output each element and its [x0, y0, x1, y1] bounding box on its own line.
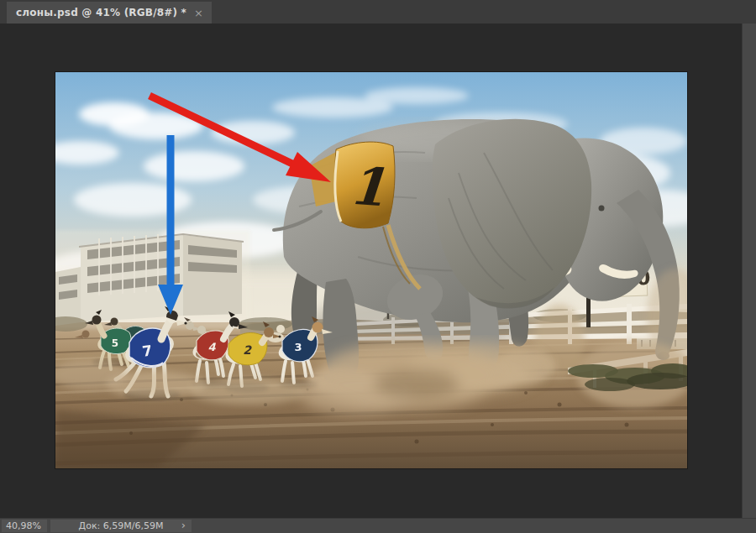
elephant-eye [599, 206, 605, 212]
tab-bar: слоны.psd @ 41% (RGB/8#) * × [0, 0, 756, 24]
status-bar: 40,98% Док: 6,59M/6,59M › [0, 518, 756, 533]
document-info-segment[interactable]: Док: 6,59M/6,59M › [50, 520, 192, 532]
status-expand-arrow-icon[interactable]: › [181, 519, 186, 531]
vest-number-red: 4 [207, 341, 216, 353]
document-size-info: Док: 6,59M/6,59M [79, 520, 164, 531]
document-tab[interactable]: слоны.psd @ 41% (RGB/8#) * × [7, 2, 212, 24]
grandstand-building [55, 230, 250, 329]
zoom-level-value: 40,98% [6, 520, 41, 531]
saddle-number: 1 [347, 155, 387, 219]
vertical-scrollbar[interactable] [742, 24, 756, 519]
vest-number-yellow: 2 [243, 343, 252, 357]
tab-close-icon[interactable]: × [194, 8, 203, 18]
vest-number-navy: 3 [294, 341, 302, 353]
document-image[interactable]: 2100 3140 [55, 72, 687, 468]
vest-number-green: 5 [112, 337, 118, 349]
zoom-level-field[interactable]: 40,98% [2, 520, 47, 532]
document-tab-title: слоны.psd @ 41% (RGB/8#) * [16, 7, 186, 18]
photo-composite: 2100 3140 [55, 72, 687, 468]
canvas-area: 2100 3140 [0, 24, 743, 519]
